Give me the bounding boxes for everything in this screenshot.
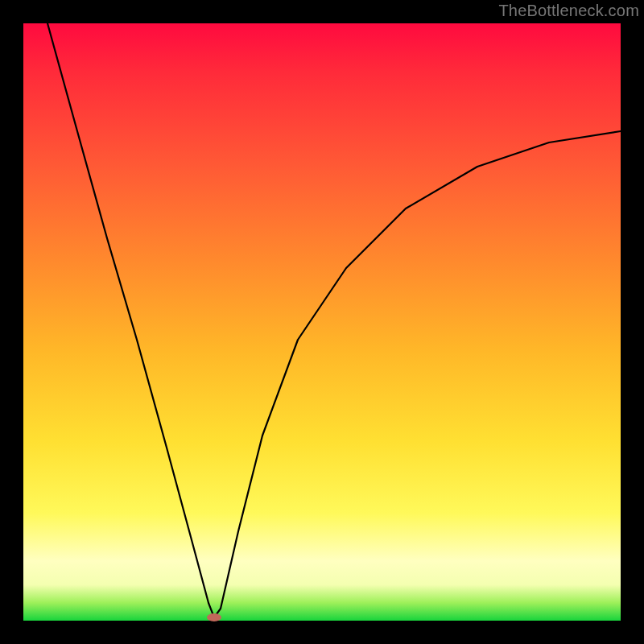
bottleneck-curve bbox=[47, 23, 621, 617]
vertex-marker bbox=[207, 613, 221, 621]
chart-frame: TheBottleneck.com bbox=[0, 0, 644, 644]
curve-svg bbox=[23, 23, 621, 621]
watermark-label: TheBottleneck.com bbox=[498, 2, 639, 20]
plot-area bbox=[23, 23, 621, 621]
